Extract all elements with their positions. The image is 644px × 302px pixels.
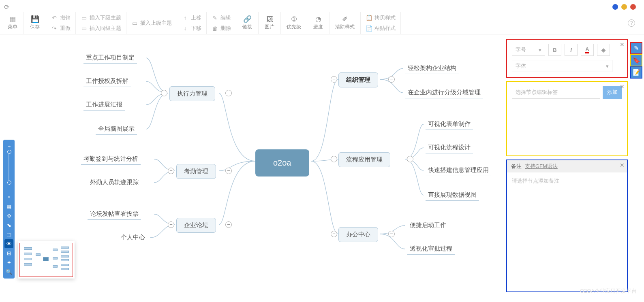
font-color-button[interactable]: A: [581, 44, 594, 56]
leaf-node[interactable]: 可视化表单制作: [426, 119, 473, 130]
move-down-button[interactable]: ↓下移: [180, 24, 203, 33]
italic-button[interactable]: I: [565, 44, 578, 56]
leaf-node[interactable]: 可视化流程设计: [426, 142, 473, 153]
leaf-label: 透视化审批过程: [410, 245, 452, 252]
leaf-node[interactable]: 直接展现数据视图: [426, 189, 479, 201]
tab-tag-icon[interactable]: 🔖: [630, 54, 642, 66]
toggle-icon[interactable]: −: [388, 76, 395, 83]
style-panel: ✕ 字号▾ B I A ◈ 字体▾: [506, 39, 628, 78]
leaf-node[interactable]: 工作进展汇报: [83, 99, 125, 111]
leaf-node[interactable]: 便捷启动工作: [407, 220, 449, 231]
leaf-node[interactable]: 个人中心: [118, 232, 148, 243]
zoom-out-icon[interactable]: −: [4, 183, 13, 192]
close-icon[interactable]: ✕: [620, 41, 625, 48]
branch-execution[interactable]: 执行力管理: [169, 86, 215, 101]
insert-sibling-label: 插入同级主题: [90, 25, 121, 32]
font-family-select[interactable]: 字体▾: [512, 60, 612, 72]
remark-panel: ✕ 备注 支持GFM语法 请选择节点添加备注: [506, 160, 628, 292]
toggle-icon[interactable]: −: [331, 231, 337, 237]
leaf-label: 全局脑图展示: [98, 125, 135, 132]
tag-placeholder: 选择节点编辑标签: [516, 89, 558, 96]
branch-label: 执行力管理: [177, 90, 208, 97]
toggle-icon[interactable]: −: [168, 221, 174, 228]
leaf-node[interactable]: 轻松架构企业结构: [405, 63, 459, 74]
bold-button[interactable]: B: [548, 44, 561, 56]
delete-button[interactable]: 🗑删除: [210, 24, 233, 33]
toggle-icon[interactable]: −: [225, 168, 232, 174]
paste-style-button[interactable]: 📄粘贴样式: [364, 24, 397, 33]
tab-style-icon[interactable]: ✎: [630, 42, 642, 54]
insert-child-button[interactable]: ▭插入下级主题: [79, 13, 123, 22]
window-minimize[interactable]: [621, 4, 627, 10]
window-close[interactable]: [612, 4, 618, 10]
progress-button[interactable]: ◔进度: [310, 14, 326, 32]
branch-process[interactable]: 流程应用管理: [338, 152, 390, 167]
branch-org[interactable]: 组织管理: [338, 72, 378, 87]
toggle-icon[interactable]: −: [225, 90, 232, 96]
priority-button[interactable]: ①优先级: [284, 14, 304, 32]
close-icon[interactable]: ✕: [620, 162, 625, 168]
side-tabs: ✎ 🔖 📝: [630, 42, 642, 79]
search-icon[interactable]: 🔍: [4, 267, 13, 276]
image-button[interactable]: 🖼图片: [262, 14, 277, 32]
leaf-node[interactable]: 透视化审批过程: [407, 243, 455, 255]
leaf-node[interactable]: 外勤人员轨迹跟踪: [88, 177, 141, 188]
leaf-node[interactable]: 考勤签到与统计分析: [81, 153, 141, 165]
window-maximize[interactable]: [630, 4, 636, 10]
leaf-node[interactable]: 重点工作项目制定: [83, 52, 137, 64]
save-label: 保存: [30, 23, 40, 30]
move-icon[interactable]: ✥: [4, 211, 13, 220]
close-icon[interactable]: ✕: [620, 83, 625, 90]
tag-input[interactable]: 选择节点编辑标签: [512, 86, 600, 99]
clear-style-button[interactable]: ✐清除样式: [333, 14, 357, 32]
leaf-node[interactable]: 全局脑图展示: [96, 123, 137, 135]
toggle-icon[interactable]: −: [331, 156, 337, 162]
link-button[interactable]: 🔗链接: [240, 14, 255, 32]
preview-icon[interactable]: 👁: [4, 239, 13, 248]
refresh-icon[interactable]: ⟳: [4, 3, 9, 11]
minimap[interactable]: [18, 241, 75, 279]
edit-button[interactable]: ✎编辑: [210, 13, 233, 22]
toggle-icon[interactable]: −: [331, 76, 337, 83]
locate-icon[interactable]: ⌖: [4, 193, 13, 202]
zoom-slider[interactable]: [9, 152, 9, 182]
gfm-link[interactable]: 支持GFM语法: [525, 163, 558, 170]
fit-icon[interactable]: ⬊: [4, 221, 13, 230]
structure-icon[interactable]: ⊞: [4, 249, 13, 257]
leaf-node[interactable]: 论坛发帖查看投票: [88, 208, 141, 220]
redo-button[interactable]: ↷重做: [49, 24, 72, 33]
menu-button[interactable]: ▦菜单: [5, 14, 20, 32]
tab-note-icon[interactable]: 📝: [630, 66, 642, 79]
branch-office[interactable]: 办公中心: [338, 227, 378, 242]
select-icon[interactable]: ⬚: [4, 230, 13, 239]
magic-icon[interactable]: ✦: [4, 258, 13, 267]
branch-bbs[interactable]: 企业论坛: [176, 218, 216, 233]
leaf-label: 个人中心: [121, 234, 145, 240]
save-button[interactable]: 💾保存: [27, 14, 43, 32]
branch-attendance[interactable]: 考勤管理: [176, 164, 216, 179]
font-size-select[interactable]: 字号▾: [512, 44, 545, 56]
root-node[interactable]: o2oa: [255, 149, 309, 177]
remark-body[interactable]: 请选择节点添加备注: [507, 172, 627, 189]
insert-sibling-button[interactable]: ▭插入同级主题: [79, 24, 123, 33]
move-up-button[interactable]: ↑上移: [180, 13, 203, 22]
toggle-icon[interactable]: −: [407, 156, 413, 162]
leaf-node[interactable]: 快速搭建信息管理应用: [426, 165, 491, 176]
leaf-node[interactable]: 工作授权及拆解: [83, 76, 131, 87]
copy-style-button[interactable]: 📋拷贝样式: [364, 13, 397, 22]
toggle-icon[interactable]: −: [168, 168, 174, 174]
leaf-label: 在企业内进行分级分域管理: [408, 89, 481, 96]
layout-icon[interactable]: ▤: [4, 202, 13, 211]
branch-label: 考勤管理: [184, 168, 208, 174]
insert-parent-button[interactable]: ▭插入上级主题: [130, 12, 173, 34]
toggle-icon[interactable]: −: [161, 90, 167, 96]
undo-button[interactable]: ↶撤销: [49, 13, 72, 22]
menu-label: 菜单: [8, 23, 17, 30]
tag-add-button[interactable]: 添加: [603, 86, 622, 99]
branch-label: 企业论坛: [184, 221, 208, 228]
help-button[interactable]: ?: [628, 19, 635, 27]
leaf-node[interactable]: 在企业内进行分级分域管理: [405, 87, 483, 98]
toggle-icon[interactable]: −: [225, 221, 232, 228]
toggle-icon[interactable]: −: [388, 231, 395, 237]
fill-color-button[interactable]: ◈: [597, 44, 610, 56]
